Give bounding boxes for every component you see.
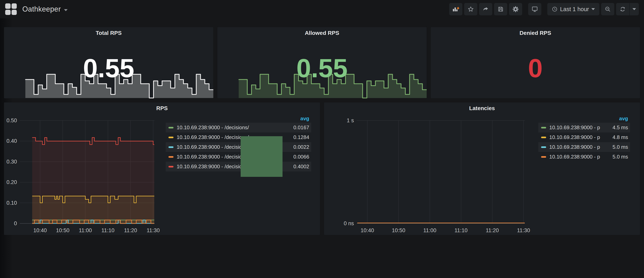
gear-icon [512,6,519,12]
svg-text:10:50: 10:50 [56,227,70,233]
panel-title[interactable]: Allowed RPS [217,30,427,36]
series-label[interactable]: 10.10.69.238:9000 - /decisions/ [177,124,281,131]
svg-text:10:40: 10:40 [33,227,47,233]
svg-text:11:30: 11:30 [146,227,160,233]
legend-row[interactable]: 10.10.69.238:9000 - p904.5 ms [538,123,630,132]
series-avg-value: 0.0167 [285,124,309,131]
chevron-down-icon[interactable] [64,9,68,11]
zoom-out-button[interactable] [601,3,614,15]
refresh-interval-button[interactable] [629,3,639,15]
svg-text:1 s: 1 s [347,117,354,123]
save-button[interactable] [494,3,507,15]
series-avg-value: 0.0022 [285,144,309,150]
time-range-label: Last 1 hour [560,6,589,12]
svg-text:11:20: 11:20 [486,227,499,233]
legend-avg-header[interactable]: avg [538,114,630,123]
graph-row: RPS 10:4010:5011:0011:1011:2011:300.500.… [4,102,640,235]
series-color-swatch[interactable] [541,146,546,148]
series-label[interactable]: 10.10.69.238:9000 - p100 [549,154,600,160]
legend-row[interactable]: 10.10.69.238:9000 - /decisions/0.0066 [166,152,311,162]
stat-panel-allowed-rps: Allowed RPS 0.55 [217,27,427,98]
add-panel-icon [452,6,459,12]
panel-title[interactable]: Denied RPS [431,30,640,36]
navbar: Oathkeeper [0,0,644,18]
svg-text:11:00: 11:00 [423,227,436,233]
series-label[interactable]: 10.10.69.238:9000 - p90 [549,124,600,131]
svg-text:10:40: 10:40 [360,227,374,233]
series-color-swatch[interactable] [541,127,546,128]
svg-text:0.30: 0.30 [6,159,17,165]
latencies-legend: avg10.10.69.238:9000 - p904.5 ms10.10.69… [538,114,630,162]
legend-row[interactable]: 10.10.69.238:9000 - p1005.0 ms [538,152,630,162]
svg-text:0 ns: 0 ns [344,221,354,227]
legend-row[interactable]: 10.10.69.238:9000 - /decisions/0.1284 [166,132,311,142]
clock-icon [552,6,558,12]
stat-panel-total-rps: Total RPS 0.55 [4,27,213,98]
series-avg-value: 0.1284 [285,134,309,140]
cycle-view-button[interactable] [528,3,541,15]
svg-text:11:10: 11:10 [454,227,468,233]
stat-value: 0.55 [217,27,427,98]
dashboard: Total RPS 0.55 Allowed RPS 0.55 Denied R… [0,18,644,235]
series-avg-value: 5.0 ms [604,154,628,160]
rps-legend: avg10.10.69.238:9000 - /decisions/0.0167… [166,114,311,171]
legend-avg-header[interactable]: avg [166,114,311,123]
series-color-swatch[interactable] [168,156,174,158]
graph-panel-rps: RPS 10:4010:5011:0011:1011:2011:300.500.… [4,102,320,235]
star-button[interactable] [464,3,477,15]
save-icon [498,6,504,12]
star-icon [468,6,474,12]
svg-text:10:50: 10:50 [392,227,405,233]
svg-text:0.20: 0.20 [6,179,17,185]
svg-text:11:00: 11:00 [79,227,92,233]
refresh-button[interactable] [616,3,629,15]
series-avg-value: 4.8 ms [604,134,628,140]
legend-row[interactable]: 10.10.69.238:9000 - /decisions/0.4002 [166,162,311,171]
series-label[interactable]: 10.10.69.238:9000 - p99 [549,144,600,150]
series-color-swatch[interactable] [168,166,174,168]
chevron-down-icon [632,8,636,10]
legend-row[interactable]: 10.10.69.238:9000 - /decisions/0.0167 [166,123,311,132]
svg-text:0: 0 [14,221,17,227]
series-label[interactable]: 10.10.69.238:9000 - p95 [549,134,600,140]
zoom-out-icon [604,6,611,12]
graph-panel-latencies: Latencies 10:4010:5011:0011:1011:2011:30… [324,102,640,235]
stat-row: Total RPS 0.55 Allowed RPS 0.55 Denied R… [4,27,640,98]
series-avg-value: 5.0 ms [604,144,628,150]
legend-row[interactable]: 10.10.69.238:9000 - /decisions/0.0022 [166,142,311,152]
stat-value: 0.55 [4,27,213,98]
svg-text:0.50: 0.50 [6,117,17,123]
svg-text:11:30: 11:30 [517,227,530,233]
grid-logo-icon[interactable] [5,3,17,15]
dashboard-title[interactable]: Oathkeeper [22,5,61,13]
panel-title[interactable]: Latencies [324,105,640,111]
share-icon [482,6,489,12]
panel-title[interactable]: RPS [4,105,320,111]
legend-row[interactable]: 10.10.69.238:9000 - p995.0 ms [538,142,630,152]
stat-value: 0 [431,27,640,98]
monitor-icon [531,6,538,12]
panel-title[interactable]: Total RPS [4,30,213,36]
stat-panel-denied-rps: Denied RPS 0 [431,27,640,98]
series-avg-value: 0.0066 [285,154,309,160]
svg-text:11:20: 11:20 [124,227,137,233]
svg-text:0.40: 0.40 [6,138,17,144]
refresh-icon [620,6,626,12]
series-color-swatch[interactable] [168,146,174,148]
series-color-swatch[interactable] [541,137,546,138]
green-overlay-rectangle [241,136,282,177]
series-color-swatch[interactable] [541,156,546,158]
svg-text:11:10: 11:10 [102,227,115,233]
add-panel-button[interactable] [449,3,462,15]
series-color-swatch[interactable] [168,127,174,128]
legend-row[interactable]: 10.10.69.238:9000 - p954.8 ms [538,132,630,142]
series-avg-value: 4.5 ms [604,124,628,131]
series-avg-value: 0.4002 [285,164,309,170]
svg-text:0.10: 0.10 [6,200,17,206]
refresh-split-button [616,3,639,15]
time-range-picker[interactable]: Last 1 hour [547,3,599,15]
settings-button[interactable] [509,3,522,15]
chevron-down-icon [591,8,595,10]
series-color-swatch[interactable] [168,137,174,138]
share-button[interactable] [479,3,492,15]
